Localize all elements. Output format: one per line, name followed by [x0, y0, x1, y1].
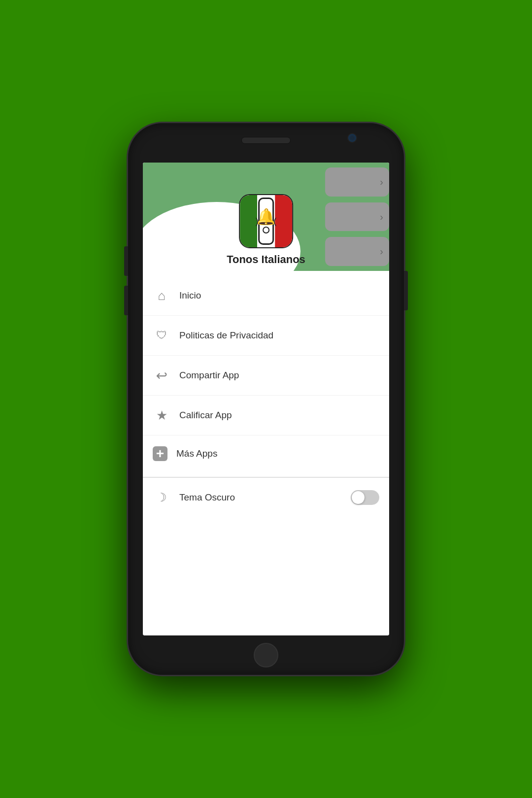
- menu-label-calificar: Calificar App: [179, 410, 379, 421]
- menu-label-compartir: Compartir App: [179, 370, 379, 381]
- moon-icon: ☽: [153, 489, 170, 506]
- phone-home-btn-icon: [263, 227, 269, 233]
- dark-mode-toggle[interactable]: [351, 490, 379, 505]
- app-header: › › › ) 🔔: [143, 163, 389, 271]
- front-camera: [347, 133, 357, 143]
- menu-list: ⌂ Inicio 🛡 Politicas de Privacidad ↪ Com…: [143, 271, 389, 477]
- icon-flag-red: [275, 195, 292, 247]
- tema-oscuro-label: Tema Oscuro: [179, 492, 351, 503]
- vibrate-left-icon: ): [256, 216, 259, 226]
- phone-top-bar: [128, 123, 404, 163]
- app-content: › › › ) 🔔: [143, 163, 389, 635]
- star-icon: ★: [153, 406, 170, 424]
- vibrate-right-icon: (: [273, 216, 276, 226]
- volume-down-button[interactable]: [124, 286, 128, 315]
- tema-oscuro-row[interactable]: ☽ Tema Oscuro: [143, 477, 389, 517]
- volume-up-button[interactable]: [124, 246, 128, 276]
- right-cards-panel: › › ›: [325, 163, 389, 271]
- right-card-1: ›: [325, 167, 389, 197]
- menu-item-politicas[interactable]: 🛡 Politicas de Privacidad: [143, 316, 389, 356]
- right-card-3: ›: [325, 237, 389, 266]
- app-icon: ) 🔔 (: [239, 194, 293, 248]
- menu-label-inicio: Inicio: [179, 290, 379, 301]
- menu-label-politicas: Politicas de Privacidad: [179, 330, 379, 341]
- phone-home-button[interactable]: [254, 643, 278, 667]
- shield-icon: 🛡: [153, 327, 170, 344]
- right-card-2: ›: [325, 202, 389, 232]
- phone-bottom-bar: [128, 635, 404, 675]
- speaker-grille: [241, 137, 291, 144]
- menu-item-calificar[interactable]: ★ Calificar App: [143, 396, 389, 435]
- power-button[interactable]: [404, 271, 408, 310]
- menu-item-mas-apps[interactable]: + Más Apps: [143, 435, 389, 472]
- share-icon: ↪: [153, 366, 170, 384]
- menu-label-mas-apps: Más Apps: [176, 448, 379, 459]
- phone-screen: › › › ) 🔔: [143, 163, 389, 635]
- phone-frame: › › › ) 🔔: [128, 123, 404, 675]
- icon-flag-green: [240, 195, 257, 247]
- app-icon-container: ) 🔔 ( Tonos Italianos: [227, 194, 305, 266]
- menu-item-compartir[interactable]: ↪ Compartir App: [143, 356, 389, 396]
- phone-outline-icon: ) 🔔 (: [258, 198, 274, 244]
- menu-item-inicio[interactable]: ⌂ Inicio: [143, 276, 389, 316]
- bell-icon: 🔔: [256, 209, 276, 225]
- icon-flag-white: ) 🔔 (: [257, 195, 275, 247]
- app-title: Tonos Italianos: [227, 253, 305, 266]
- home-icon: ⌂: [153, 287, 170, 304]
- plus-box-icon: +: [153, 446, 167, 461]
